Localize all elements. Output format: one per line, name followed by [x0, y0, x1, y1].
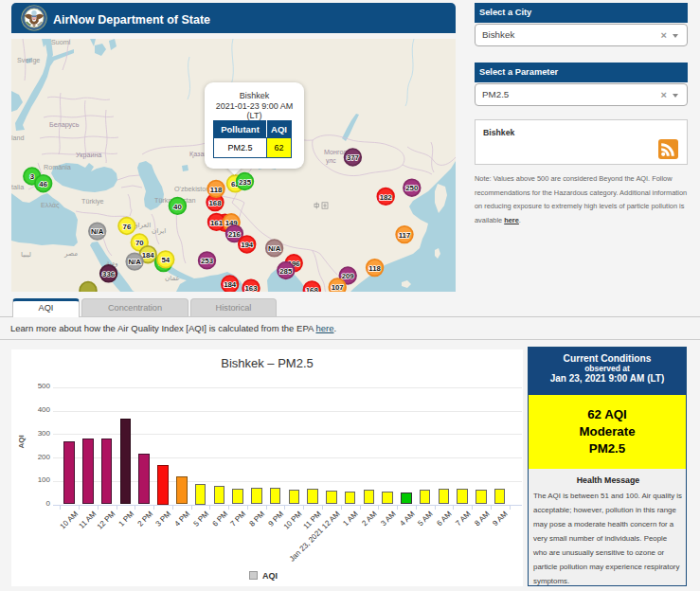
svg-text:216: 216 [228, 230, 242, 239]
svg-text:253: 253 [201, 257, 214, 265]
svg-text:România: România [44, 163, 71, 171]
svg-text:182: 182 [380, 193, 393, 202]
svg-text:land: land [11, 134, 25, 142]
svg-text:ليبيا: ليبيا [21, 250, 31, 259]
svg-text:285: 285 [279, 267, 293, 276]
svg-text:118: 118 [210, 186, 223, 194]
svg-text:336: 336 [102, 270, 116, 278]
svg-text:250: 250 [405, 184, 419, 192]
svg-text:Ελλάς: Ελλάς [41, 201, 60, 209]
svg-text:N/A: N/A [128, 258, 141, 266]
svg-text:ايران: ايران [152, 226, 166, 235]
svg-text:194: 194 [241, 241, 254, 249]
svg-text:184: 184 [142, 251, 155, 260]
svg-text:235: 235 [239, 178, 252, 187]
svg-text:161: 161 [210, 219, 224, 227]
svg-text:107: 107 [332, 283, 344, 292]
svg-text:76: 76 [123, 223, 132, 231]
svg-text:Беларусь: Беларусь [49, 120, 80, 129]
svg-text:184: 184 [224, 280, 237, 289]
svg-text:54: 54 [161, 256, 170, 264]
svg-text:117: 117 [399, 231, 411, 240]
svg-text:talia: talia [11, 183, 24, 191]
svg-text:70: 70 [135, 239, 144, 247]
svg-text:مصر: مصر [63, 249, 78, 258]
svg-text:118: 118 [368, 264, 381, 273]
svg-text:377: 377 [347, 153, 359, 162]
svg-text:46: 46 [39, 180, 47, 188]
svg-text:Sverige: Sverige [17, 56, 40, 64]
svg-text:168: 168 [208, 199, 222, 207]
svg-text:N/A: N/A [91, 227, 104, 236]
svg-text:Монгол: Монгол [324, 148, 348, 156]
svg-text:40: 40 [173, 203, 182, 211]
svg-text:N/A: N/A [268, 244, 281, 253]
svg-text:улс: улс [326, 157, 336, 165]
svg-text:168: 168 [306, 286, 319, 292]
svg-text:عمان: عمان [165, 274, 180, 282]
svg-text:163: 163 [244, 284, 258, 292]
svg-text:3: 3 [30, 172, 35, 181]
svg-text:209: 209 [342, 272, 355, 280]
svg-text:Украина: Украина [76, 151, 101, 159]
svg-text:Türkiye: Türkiye [81, 197, 104, 206]
svg-text:O'zbekiston: O'zbekiston [174, 185, 209, 193]
svg-text:Suomi: Suomi [51, 39, 71, 46]
